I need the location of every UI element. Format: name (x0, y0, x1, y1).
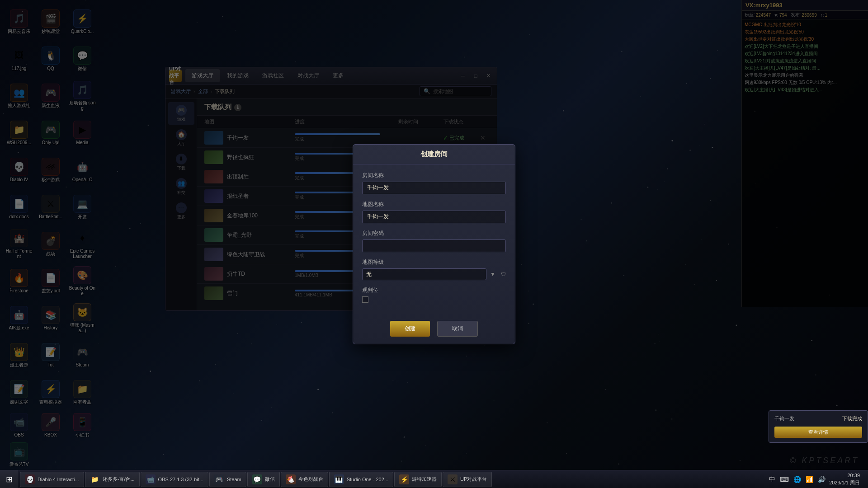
taskbar-icon-tb-steam: 🎮 (214, 474, 224, 484)
map-level-label: 地图等级 (362, 258, 506, 266)
modal-body: 房间名称 地图名称 房间密码 地图等级 无 初级 中级 高级 (353, 164, 515, 316)
tooltip-map-name: 千钧一发 (774, 415, 794, 422)
taskbar-icon-tb-wechat: 💬 (252, 474, 262, 484)
map-level-field: 地图等级 无 初级 中级 高级 ▼ 🛡 (362, 258, 506, 280)
network-tray-icon[interactable]: 🌐 (793, 475, 802, 484)
room-password-label: 房间密码 (362, 230, 506, 237)
keyboard-tray-icon[interactable]: ⌨ (779, 475, 790, 484)
room-name-field: 房间名称 (362, 172, 506, 194)
taskbar-label-tb-diablo: Diablo 4 Interacti... (38, 477, 79, 482)
taskbar-icon-tb-studio: 🎹 (334, 474, 344, 484)
language-tray-icon[interactable]: 中 (768, 474, 776, 484)
taskbar-icon-tb-more: 📁 (90, 474, 100, 484)
map-name-label: 地图名称 (362, 201, 506, 208)
taskbar-item-tb-studio[interactable]: 🎹 Studio One - 202... (329, 472, 393, 487)
room-name-input[interactable] (362, 182, 506, 194)
taskbar-icon-tb-diablo: 💀 (25, 474, 35, 484)
level-icon: 🛡 (501, 272, 506, 277)
taskbar-clock: 20:39 2023/1/1 周日 (829, 472, 863, 486)
room-password-input[interactable] (362, 239, 506, 252)
taskbar-icon-tb-chicken: 🐔 (286, 474, 296, 484)
taskbar-item-tb-obs[interactable]: 📹 OBS 27.1.3 (32-bit... (141, 472, 208, 487)
observer-label: 观判位 (362, 286, 506, 294)
taskbar-item-tb-wechat[interactable]: 💬 微信 (247, 472, 280, 487)
tooltip-status: 下载完成 (842, 415, 862, 422)
taskbar-label-tb-obs: OBS 27.1.3 (32-bit... (158, 477, 203, 482)
clock-date: 2023/1/1 周日 (829, 479, 860, 486)
taskbar-label-tb-more: 还多多-百/合... (103, 476, 135, 483)
taskbar-label-tb-chicken: 今色对战台 (298, 476, 323, 483)
download-tooltip: 千钧一发 下载完成 查看详情 (769, 410, 868, 443)
taskbar-label-tb-turbo: 游特加速器 (412, 476, 437, 483)
taskbar-icon-tb-turbo: ⚡ (399, 474, 409, 484)
taskbar-item-tb-turbo[interactable]: ⚡ 游特加速器 (394, 472, 442, 487)
map-name-field: 地图名称 (362, 201, 506, 223)
modal-title: 创建房间 (353, 145, 515, 164)
observer-field: 观判位 (362, 286, 506, 303)
taskbar-tray: 中 ⌨ 🌐 📶 🔊 20:39 2023/1/1 周日 (764, 472, 868, 486)
taskbar-item-tb-steam[interactable]: 🎮 Steam (209, 472, 246, 487)
chevron-down-icon: ▼ (490, 271, 495, 277)
modal-footer: 创建 取消 (353, 316, 515, 344)
taskbar-item-tb-diablo[interactable]: 💀 Diablo 4 Interacti... (20, 472, 84, 487)
wifi-tray-icon[interactable]: 📶 (805, 475, 814, 484)
taskbar-item-tb-chicken[interactable]: 🐔 今色对战台 (281, 472, 328, 487)
start-icon: ⊞ (6, 474, 13, 484)
map-level-select[interactable]: 无 初级 中级 高级 (362, 268, 486, 280)
modal-overlay: 创建房间 房间名称 地图名称 房间密码 地图等级 无 初级 中 (0, 0, 868, 488)
taskbar-icon-tb-up: ⚔ (448, 474, 458, 484)
taskbar-item-tb-up[interactable]: ⚔ UP对战平台 (443, 472, 492, 487)
taskbar-label-tb-up: UP对战平台 (460, 476, 487, 483)
sound-tray-icon[interactable]: 🔊 (817, 475, 826, 484)
view-details-button[interactable]: 查看详情 (774, 427, 862, 438)
create-room-modal: 创建房间 房间名称 地图名称 房间密码 地图等级 无 初级 中 (353, 144, 515, 344)
create-button[interactable]: 创建 (390, 321, 430, 337)
start-button[interactable]: ⊞ (0, 470, 18, 488)
room-name-label: 房间名称 (362, 172, 506, 179)
taskbar-icon-tb-obs: 📹 (146, 474, 156, 484)
map-name-input[interactable] (362, 211, 506, 223)
taskbar-label-tb-steam: Steam (227, 477, 241, 482)
cancel-button[interactable]: 取消 (437, 321, 478, 337)
taskbar-items: 💀 Diablo 4 Interacti... 📁 还多多-百/合... 📹 O… (18, 472, 764, 487)
observer-checkbox[interactable] (362, 296, 368, 303)
clock-time: 20:39 (829, 472, 860, 479)
taskbar-label-tb-wechat: 微信 (265, 476, 275, 483)
room-password-field: 房间密码 (362, 230, 506, 252)
taskbar-label-tb-studio: Studio One - 202... (347, 477, 388, 482)
taskbar: ⊞ 💀 Diablo 4 Interacti... 📁 还多多-百/合... 📹… (0, 470, 868, 488)
taskbar-item-tb-more[interactable]: 📁 还多多-百/合... (85, 472, 140, 487)
